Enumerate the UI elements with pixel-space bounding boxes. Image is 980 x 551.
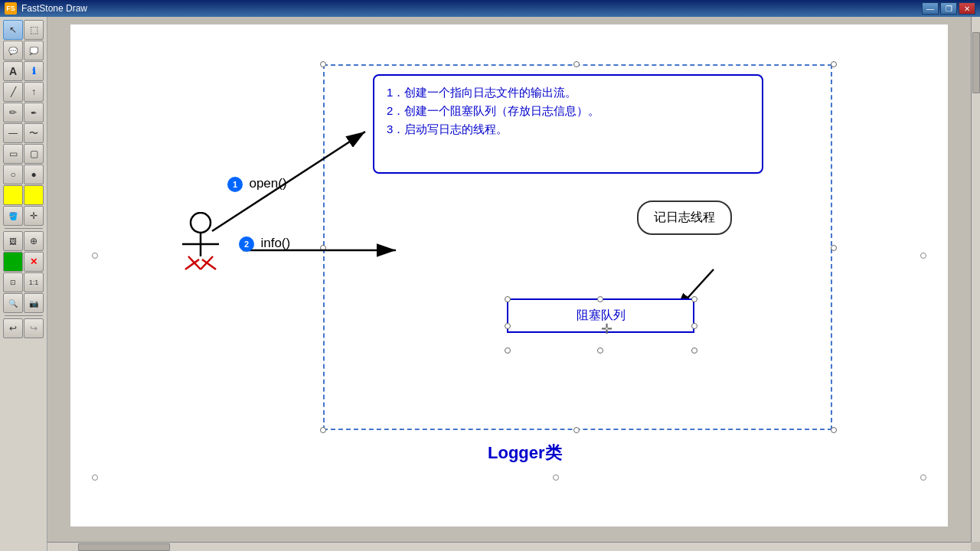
tool-row-13: ⊡ 1:1 [3, 272, 44, 292]
svg-point-1 [191, 213, 211, 233]
hline-tool[interactable]: — [3, 123, 23, 143]
bq-handle-tm[interactable] [597, 296, 603, 302]
tool-row-10: 🪣 ✛ [3, 206, 44, 226]
bq-handle-tr[interactable] [691, 296, 697, 302]
zoom-in-tool[interactable]: ⊕ [24, 231, 44, 251]
titlebar-left: FS FastStone Draw [5, 2, 87, 15]
circle-tool[interactable]: ● [24, 165, 44, 184]
app-title: FastStone Draw [21, 3, 87, 14]
fill-tool[interactable]: 🪣 [3, 206, 23, 226]
text-tool[interactable]: A [3, 61, 23, 81]
main-area: ↖ ⬚ 💬 💭 A ℹ ╱ ↑ ✏ ✒ — 〜 ▭ ▢ ○ ● [0, 17, 980, 551]
yellow-color[interactable] [24, 185, 44, 205]
titlebar: FS FastStone Draw — ❐ ✕ [0, 0, 980, 17]
tool-row-3: A ℹ [3, 61, 44, 81]
tool-row-11: 🖼 ⊕ [3, 231, 44, 251]
tool-row-12: ✕ [3, 252, 44, 272]
open-text: open() [249, 176, 286, 191]
line-tool[interactable]: ╱ [3, 82, 23, 102]
tool-row-7: ▭ ▢ [3, 144, 44, 164]
tool-row-1: ↖ ⬚ [3, 20, 44, 40]
pencil-tool[interactable]: ✏ [3, 103, 23, 122]
minimize-button[interactable]: — [922, 2, 939, 15]
toolbar-separator [5, 228, 43, 229]
tool-row-4: ╱ ↑ [3, 82, 44, 102]
bq-handle-bl[interactable] [505, 347, 511, 354]
hscroll-thumb[interactable] [78, 543, 170, 551]
select-rect-tool[interactable]: ⬚ [24, 20, 44, 40]
edge-handle-r [920, 253, 926, 259]
corner-handle-bm [553, 474, 559, 481]
corner-handle-bl [92, 474, 98, 481]
tool-row-6: — 〜 [3, 123, 44, 143]
canvas-white: 1 open() 2 info() 1．创建一个指向日志文件的输出流。 2．创建… [70, 24, 948, 527]
marker-tool[interactable]: ✒ [24, 103, 44, 122]
toolbar: ↖ ⬚ 💬 💭 A ℹ ╱ ↑ ✏ ✒ — 〜 ▭ ▢ ○ ● [0, 17, 47, 551]
corner-handle-br [920, 474, 926, 481]
toolbar-separator-2 [5, 315, 43, 316]
num-2: 2 [239, 236, 254, 252]
curve-tool[interactable]: 〜 [24, 123, 44, 143]
info-text: info() [260, 236, 290, 250]
vscroll-thumb[interactable] [972, 32, 980, 93]
bq-handle-tl[interactable] [505, 296, 511, 302]
canvas-scroll: 1 open() 2 info() 1．创建一个指向日志文件的输出流。 2．创建… [47, 17, 971, 542]
person-icon [178, 212, 224, 276]
speech-bubble-tool[interactable]: 💬 [3, 41, 23, 60]
drawing-surface[interactable]: 1 open() 2 info() 1．创建一个指向日志文件的输出流。 2．创建… [47, 17, 971, 542]
logger-label: Logger类 [488, 442, 562, 465]
capture-tool[interactable]: 📷 [24, 293, 44, 313]
num-1: 1 [227, 177, 243, 192]
info-label: 2 info() [239, 236, 290, 252]
rounded-rect-tool[interactable]: ▢ [24, 144, 44, 164]
move-tool[interactable]: ✛ [24, 206, 44, 226]
text-line-3: 3．启动写日志的线程。 [387, 120, 750, 139]
bq-handle-mr[interactable] [691, 323, 697, 329]
restore-button[interactable]: ❐ [940, 2, 957, 15]
bq-handle-ml[interactable] [505, 323, 511, 329]
ellipse-tool[interactable]: ○ [3, 165, 23, 184]
arrow-tool[interactable]: ↑ [24, 82, 44, 102]
undo-button[interactable]: ↩ [3, 318, 23, 338]
tool-row-9 [3, 185, 44, 205]
red-cross[interactable]: ✕ [24, 252, 44, 272]
open-label: 1 open() [227, 176, 287, 192]
main-text-box: 1．创建一个指向日志文件的输出流。 2．创建一个阻塞队列（存放日志信息）。 3．… [373, 74, 763, 174]
info-tool[interactable]: ℹ [24, 61, 44, 81]
redo-button[interactable]: ↪ [24, 318, 44, 338]
rect-tool[interactable]: ▭ [3, 144, 23, 164]
blocking-queue-box: 阻塞队列 [507, 298, 694, 333]
bq-handle-br[interactable] [691, 347, 697, 354]
close-button[interactable]: ✕ [959, 2, 975, 15]
zoom-out-tool[interactable]: 🔍 [3, 293, 23, 313]
zoom-fit-tool[interactable]: ⊡ [3, 272, 23, 292]
log-thread-box: 记日志线程 [637, 201, 732, 235]
vscrollbar[interactable] [971, 17, 980, 542]
bq-handle-bm[interactable] [597, 347, 603, 354]
tool-row-15: ↩ ↪ [3, 318, 44, 338]
edge-handle-l [92, 253, 98, 259]
text-line-1: 1．创建一个指向日志文件的输出流。 [387, 83, 750, 102]
hscrollbar[interactable] [47, 542, 971, 551]
tool-row-2: 💬 💭 [3, 41, 44, 60]
text-line-2: 2．创建一个阻塞队列（存放日志信息）。 [387, 102, 750, 120]
image-tool[interactable]: 🖼 [3, 231, 23, 251]
select-tool[interactable]: ↖ [3, 20, 23, 40]
app-icon: FS [5, 2, 17, 15]
callout-tool[interactable]: 💭 [24, 41, 44, 60]
highlight-tool[interactable] [3, 185, 23, 205]
log-thread-text: 记日志线程 [654, 210, 715, 223]
green-color[interactable] [3, 252, 23, 272]
tool-row-5: ✏ ✒ [3, 103, 44, 122]
blocking-queue-text: 阻塞队列 [577, 308, 626, 324]
zoom-1to1-tool[interactable]: 1:1 [24, 272, 44, 292]
titlebar-controls[interactable]: — ❐ ✕ [922, 2, 975, 15]
tool-row-14: 🔍 📷 [3, 293, 44, 313]
canvas-area[interactable]: 1 open() 2 info() 1．创建一个指向日志文件的输出流。 2．创建… [47, 17, 980, 551]
tool-row-8: ○ ● [3, 165, 44, 184]
